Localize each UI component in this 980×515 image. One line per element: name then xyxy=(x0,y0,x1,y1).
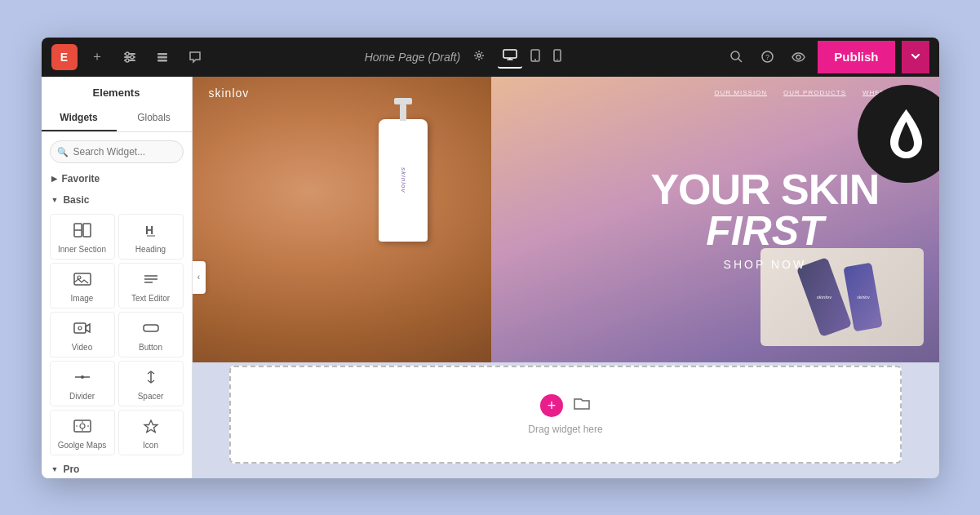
svg-point-18 xyxy=(796,55,800,59)
widget-inner-section[interactable]: Inner Section xyxy=(50,214,115,260)
widget-inner-section-label: Inner Section xyxy=(58,245,106,254)
google-maps-icon xyxy=(73,419,91,437)
widget-icon[interactable]: Icon xyxy=(118,410,184,455)
app-wrapper: E ＋ Home Page (Draft) xyxy=(42,38,939,478)
publish-button[interactable]: Publish xyxy=(818,41,894,73)
pro-label: Pro xyxy=(63,464,79,475)
svg-point-25 xyxy=(78,276,81,279)
button-icon xyxy=(142,321,160,340)
widget-text-editor[interactable]: Text Editor xyxy=(118,263,184,309)
widget-image[interactable]: Image xyxy=(50,263,115,309)
widget-spacer[interactable]: Spacer xyxy=(118,361,184,406)
widget-video[interactable]: Video xyxy=(50,312,115,357)
toolbar-right: ? Publish xyxy=(723,41,929,73)
hero-content: YOUR SKIN FIRST SHOP NOW xyxy=(650,168,879,271)
widget-spacer-label: Spacer xyxy=(138,392,164,401)
toolbar: E ＋ Home Page (Draft) xyxy=(42,38,939,77)
folder-icon[interactable] xyxy=(573,396,591,415)
right-icons: ? xyxy=(723,44,811,70)
page-title: Home Page (Draft) xyxy=(365,51,461,64)
customize-icon[interactable] xyxy=(117,44,143,70)
nav-link-mission[interactable]: OUR MISSION xyxy=(714,89,767,96)
svg-point-9 xyxy=(477,54,481,57)
video-icon xyxy=(73,321,91,340)
section-favorite[interactable]: ▶ Favorite xyxy=(42,168,192,189)
widgets-grid: Inner Section H Heading Image xyxy=(42,211,192,459)
widget-text-editor-label: Text Editor xyxy=(131,294,170,303)
widget-divider[interactable]: Divider xyxy=(50,361,115,406)
canvas-area: skinlov skinlov OUR MISSION OUR PRODUCTS… xyxy=(193,77,939,478)
favorite-arrow: ▶ xyxy=(51,175,57,183)
droplet-icon xyxy=(884,105,929,162)
toolbar-center: Home Page (Draft) xyxy=(215,46,717,69)
mobile-button[interactable] xyxy=(548,46,566,69)
svg-point-30 xyxy=(78,326,82,330)
hero-title-italic: FIRST xyxy=(650,211,879,251)
widget-google-maps[interactable]: Goolge Maps xyxy=(50,410,115,455)
left-panel: Elements Widgets Globals 🔍 ▶ Favorite ▼ … xyxy=(42,77,193,478)
widget-search-box[interactable]: 🔍 xyxy=(50,140,184,163)
tablet-button[interactable] xyxy=(525,46,545,69)
hero-navbar: skinlov OUR MISSION OUR PRODUCTS WHERE T… xyxy=(193,77,939,109)
collapse-handle[interactable]: ‹ xyxy=(193,261,206,294)
add-widget-icons: + xyxy=(540,394,591,417)
svg-text:H: H xyxy=(145,224,153,237)
widget-image-label: Image xyxy=(71,294,94,303)
widget-divider-label: Divider xyxy=(69,392,95,401)
widget-heading-label: Heading xyxy=(135,245,166,254)
bottle-label: skinlov xyxy=(400,167,407,193)
panel-tabs: Widgets Globals xyxy=(42,105,192,132)
bottle-in-hand: skinlov xyxy=(379,119,428,242)
widget-google-maps-label: Goolge Maps xyxy=(58,441,106,450)
tab-widgets[interactable]: Widgets xyxy=(42,105,117,131)
preview-icon[interactable] xyxy=(785,44,811,70)
section-pro[interactable]: ▼ Pro xyxy=(42,459,192,478)
pro-arrow: ▼ xyxy=(51,465,59,473)
svg-point-4 xyxy=(131,55,134,59)
svg-rect-7 xyxy=(157,56,167,59)
basic-label: Basic xyxy=(63,194,89,206)
icon-widget-icon xyxy=(142,419,160,437)
inner-section-icon xyxy=(73,223,91,242)
plus-icon[interactable]: ＋ xyxy=(84,44,110,70)
hero-cta[interactable]: SHOP NOW xyxy=(650,258,879,271)
svg-rect-8 xyxy=(157,60,167,62)
help-icon[interactable]: ? xyxy=(754,44,780,70)
add-widget-button[interactable]: + xyxy=(540,394,563,417)
widget-heading[interactable]: H Heading xyxy=(118,214,184,260)
layers-icon[interactable] xyxy=(149,44,175,70)
favorite-label: Favorite xyxy=(62,173,100,184)
widget-button[interactable]: Button xyxy=(118,312,184,357)
drag-widget-label: Drag widget here xyxy=(528,424,602,435)
search-icon-inner: 🔍 xyxy=(57,146,69,157)
svg-point-36 xyxy=(80,424,85,428)
hero-logo: skinlov xyxy=(209,87,250,100)
widget-icon-label: Icon xyxy=(143,441,158,450)
empty-section: + Drag widget here xyxy=(229,366,902,464)
publish-dropdown-button[interactable] xyxy=(902,41,929,73)
search-input[interactable] xyxy=(50,140,184,163)
page-canvas: skinlov skinlov OUR MISSION OUR PRODUCTS… xyxy=(193,77,939,464)
search-icon[interactable] xyxy=(723,44,749,70)
heading-icon: H xyxy=(142,223,160,242)
widget-button-label: Button xyxy=(139,343,162,352)
divider-icon xyxy=(73,370,91,388)
nav-link-products[interactable]: OUR PRODUCTS xyxy=(783,89,846,96)
page-settings-icon[interactable] xyxy=(473,50,485,64)
svg-text:?: ? xyxy=(765,53,769,61)
svg-rect-10 xyxy=(503,50,517,58)
elementor-logo[interactable]: E xyxy=(51,44,78,70)
image-icon xyxy=(73,272,91,291)
svg-point-14 xyxy=(557,59,558,60)
basic-arrow: ▼ xyxy=(51,196,59,204)
desktop-button[interactable] xyxy=(498,46,522,69)
tab-globals[interactable]: Globals xyxy=(117,105,192,131)
section-basic[interactable]: ▼ Basic xyxy=(42,189,192,211)
comments-icon[interactable] xyxy=(182,44,208,70)
panel-title: Elements xyxy=(42,77,192,99)
svg-rect-29 xyxy=(74,323,86,333)
main-area: Elements Widgets Globals 🔍 ▶ Favorite ▼ … xyxy=(42,77,939,478)
hero-section: skinlov skinlov OUR MISSION OUR PRODUCTS… xyxy=(193,77,939,362)
svg-point-5 xyxy=(126,59,129,62)
spacer-icon xyxy=(142,370,160,388)
